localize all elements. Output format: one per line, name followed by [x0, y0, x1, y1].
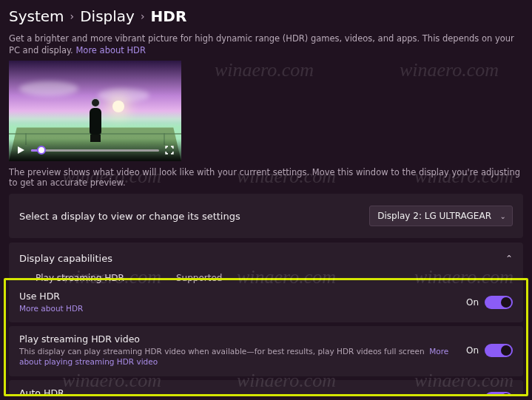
- page-title: HDR: [151, 7, 187, 25]
- toggle-state-label: On: [466, 393, 479, 396]
- video-preview-wrap: The preview shows what video will look l…: [9, 61, 523, 188]
- display-dropdown[interactable]: Display 2: LG ULTRAGEAR ⌄: [369, 206, 513, 226]
- chevron-right-icon: ›: [70, 10, 75, 22]
- intro-text: Get a brighter and more vibrant picture …: [9, 33, 523, 56]
- use-hdr-setting: Use HDR More about HDR On: [9, 283, 523, 322]
- preview-caption: The preview shows what video will look l…: [9, 167, 523, 188]
- display-capabilities-header[interactable]: Display capabilities ⌃: [19, 253, 513, 264]
- fullscreen-icon[interactable]: [165, 146, 174, 155]
- select-display-label: Select a display to view or change its s…: [19, 211, 240, 222]
- auto-hdr-toggle[interactable]: [485, 392, 513, 396]
- play-streaming-hdr-setting: Play streaming HDR video This display ca…: [9, 326, 523, 376]
- toggle-state-label: On: [466, 345, 479, 356]
- breadcrumb-system[interactable]: System: [9, 7, 64, 25]
- chevron-down-icon: ⌄: [500, 212, 506, 220]
- play-icon[interactable]: [16, 146, 25, 155]
- setting-title: Play streaming HDR video: [19, 333, 459, 345]
- setting-title: Auto HDR: [19, 387, 459, 396]
- setting-description: This display can play streaming HDR vide…: [19, 347, 425, 356]
- breadcrumb-display[interactable]: Display: [80, 7, 135, 25]
- video-preview[interactable]: [9, 61, 181, 161]
- auto-hdr-setting: Auto HDR Get a brighter and more detaile…: [9, 380, 523, 396]
- chevron-right-icon: ›: [141, 10, 145, 22]
- display-dropdown-value: Display 2: LG ULTRAGEAR: [377, 211, 491, 221]
- more-about-hdr-link[interactable]: More about HDR: [19, 304, 83, 313]
- play-streaming-hdr-toggle[interactable]: [485, 344, 513, 357]
- setting-title: Use HDR: [19, 291, 459, 302]
- highlighted-settings-group: Use HDR More about HDR On Play streaming…: [4, 278, 528, 396]
- video-seek-slider[interactable]: [31, 149, 159, 152]
- toggle-state-label: On: [466, 297, 479, 308]
- display-capabilities-title: Display capabilities: [19, 253, 112, 264]
- select-display-card: Select a display to view or change its s…: [9, 194, 523, 238]
- breadcrumb: System › Display › HDR: [9, 7, 523, 25]
- use-hdr-toggle[interactable]: [485, 296, 513, 309]
- more-about-hdr-link[interactable]: More about HDR: [75, 45, 146, 55]
- chevron-up-icon: ⌃: [505, 254, 513, 264]
- video-controls: [9, 139, 181, 161]
